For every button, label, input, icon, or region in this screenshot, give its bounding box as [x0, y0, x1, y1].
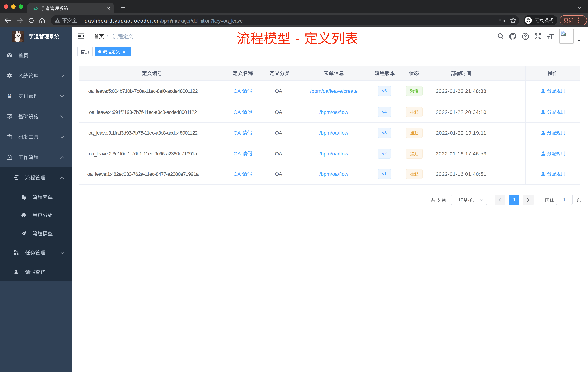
svg-text:¥: ¥: [8, 93, 11, 99]
